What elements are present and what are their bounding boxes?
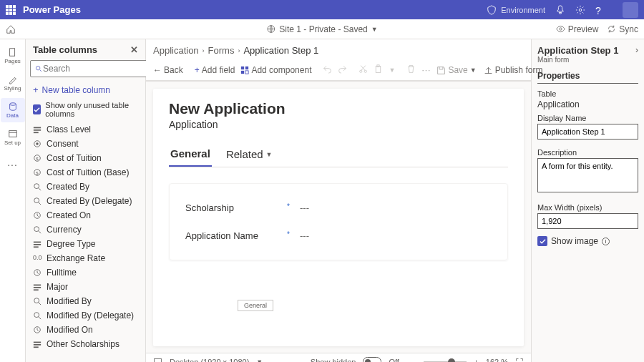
- tab-outline-general[interactable]: General: [238, 300, 273, 311]
- tab-general[interactable]: General: [169, 143, 212, 167]
- svg-rect-20: [34, 242, 41, 243]
- column-item[interactable]: $Cost of Tuition (Base): [26, 165, 145, 180]
- column-item[interactable]: Consent: [26, 137, 145, 151]
- search-input-wrap[interactable]: [30, 60, 155, 77]
- zoom-out[interactable]: −: [412, 358, 416, 363]
- undo-icon[interactable]: [323, 64, 332, 76]
- column-item[interactable]: Fulltime: [26, 265, 145, 280]
- rail-data[interactable]: Data: [1, 98, 25, 122]
- crumb-forms[interactable]: Forms: [208, 45, 235, 56]
- column-item[interactable]: Class Level: [26, 122, 145, 137]
- eye-icon: [556, 24, 565, 34]
- cut-icon[interactable]: [358, 64, 368, 76]
- bell-icon[interactable]: [555, 5, 565, 15]
- show-image-checkbox[interactable]: Show image i: [537, 236, 638, 246]
- column-item[interactable]: Currency: [26, 222, 145, 237]
- svg-point-38: [365, 70, 367, 72]
- home-icon[interactable]: [6, 24, 16, 34]
- search-input[interactable]: [43, 64, 150, 74]
- paste-icon[interactable]: [374, 64, 383, 76]
- globe-icon: [266, 24, 275, 34]
- breadcrumb: Application › Forms › Application Step 1: [146, 39, 531, 62]
- svg-rect-5: [9, 131, 16, 137]
- add-field-button[interactable]: +Add field: [195, 65, 235, 75]
- sync-icon: [607, 24, 616, 34]
- rail-pages[interactable]: Pages: [1, 44, 25, 68]
- svg-point-27: [34, 298, 39, 303]
- user-avatar[interactable]: [623, 2, 638, 18]
- crumb-application[interactable]: Application: [153, 45, 199, 56]
- svg-point-0: [579, 9, 582, 11]
- show-hidden-toggle[interactable]: [363, 357, 381, 362]
- fit-icon[interactable]: [515, 358, 524, 363]
- close-icon[interactable]: ✕: [130, 44, 138, 55]
- monitor-icon: [153, 357, 162, 362]
- crumb-current: Application Step 1: [243, 45, 318, 56]
- svg-rect-22: [34, 246, 39, 248]
- component-icon: [240, 66, 249, 74]
- field-application-name[interactable]: Application Name* ---: [185, 222, 492, 250]
- preview-button[interactable]: Preview: [556, 24, 599, 34]
- svg-rect-9: [34, 132, 39, 133]
- field-scholarship[interactable]: Scholarship* ---: [185, 194, 492, 222]
- more-icon[interactable]: ···: [421, 65, 431, 75]
- environment-picker[interactable]: Environment: [487, 5, 545, 15]
- column-item[interactable]: Modified By (Delegate): [26, 308, 145, 323]
- tab-related[interactable]: Related▼: [225, 143, 274, 167]
- zoom-in[interactable]: +: [474, 358, 478, 363]
- column-item[interactable]: Other Scholarships: [26, 337, 145, 351]
- site-info[interactable]: Site 1 - Private - Saved ▼: [266, 24, 377, 34]
- rail-more[interactable]: ···: [1, 152, 25, 177]
- show-unused-toggle[interactable]: Show only unused table columns: [26, 98, 145, 121]
- column-item[interactable]: Major: [26, 280, 145, 294]
- svg-rect-34: [245, 67, 248, 69]
- svg-point-37: [360, 70, 362, 72]
- svg-point-17: [34, 198, 39, 203]
- svg-rect-7: [34, 127, 41, 129]
- svg-point-6: [36, 66, 40, 70]
- column-item[interactable]: Degree Type: [26, 237, 145, 251]
- chevron-down-icon: ▼: [266, 151, 273, 158]
- column-item[interactable]: Created By (Delegate): [26, 194, 145, 208]
- svg-text:$: $: [36, 171, 39, 175]
- column-item[interactable]: Created On: [26, 208, 145, 222]
- rail-setup[interactable]: Set up: [1, 125, 25, 150]
- column-item[interactable]: $Cost of Tuition: [26, 151, 145, 165]
- svg-rect-24: [34, 285, 41, 286]
- column-item[interactable]: Modified By: [26, 294, 145, 308]
- column-item[interactable]: Created By: [26, 180, 145, 194]
- viewport-label[interactable]: Desktop (1920 x 1080): [170, 358, 249, 363]
- display-name-input[interactable]: [537, 124, 638, 140]
- app-top-bar: Power Pages Environment ?: [0, 0, 644, 19]
- column-item[interactable]: 0.0Exchange Rate: [26, 251, 145, 265]
- sync-button[interactable]: Sync: [607, 24, 638, 34]
- gear-icon[interactable]: [575, 5, 585, 15]
- redo-icon[interactable]: [338, 64, 347, 76]
- svg-rect-31: [34, 344, 41, 346]
- column-item[interactable]: Modified On: [26, 323, 145, 337]
- description-input[interactable]: [537, 158, 638, 192]
- help-icon[interactable]: ?: [595, 5, 605, 15]
- form-section-card[interactable]: Scholarship* --- Application Name* ---: [169, 183, 508, 260]
- rp-subtitle: Main form: [537, 56, 618, 64]
- max-width-input[interactable]: [537, 213, 638, 229]
- search-icon: [35, 65, 43, 73]
- publish-button[interactable]: Publish form: [484, 65, 543, 75]
- table-columns-panel: Table columns ✕ ▼ +New table column Show…: [26, 39, 146, 362]
- save-button[interactable]: Save ▼: [436, 65, 476, 75]
- svg-rect-3: [9, 49, 14, 57]
- new-table-column-link[interactable]: +New table column: [26, 82, 145, 98]
- rail-styling[interactable]: Styling: [1, 71, 25, 95]
- back-button[interactable]: ←Back: [153, 65, 183, 75]
- form-title: New Application: [169, 100, 508, 117]
- chevron-right-icon[interactable]: ›: [635, 45, 638, 55]
- canvas-footer: Desktop (1920 x 1080) ▼ Show hidden Off …: [146, 353, 531, 362]
- svg-point-2: [560, 28, 562, 30]
- add-component-button[interactable]: Add component: [240, 65, 311, 75]
- delete-icon[interactable]: [406, 64, 416, 76]
- properties-panel: Application Step 1 Main form › Propertie…: [531, 39, 644, 362]
- info-icon[interactable]: i: [602, 238, 610, 245]
- form-entity: Application: [169, 119, 508, 130]
- waffle-icon[interactable]: [6, 5, 16, 15]
- environment-label: Environment: [501, 6, 545, 14]
